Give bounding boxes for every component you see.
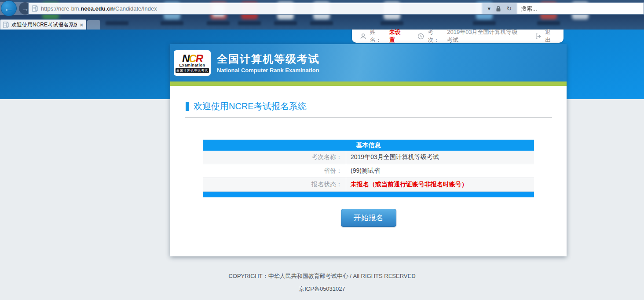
logo-examination-text: Examination <box>179 63 205 67</box>
tab-ncre[interactable]: 欢迎使用NCRE考试报名系统 × <box>0 19 86 30</box>
row-value: (99)测试省 <box>346 164 534 178</box>
row-label: 考次名称： <box>203 151 346 164</box>
site-subtitle: National Computer Rank Examination <box>217 67 320 74</box>
page: 姓名： 未设置 考次： 2019年03月全国计算机等级考试 退出 NCR Exa… <box>0 30 644 300</box>
brand: 全国计算机等级考试 National Computer Rank Examina… <box>217 52 320 74</box>
table-row: 省份： (99)测试省 <box>203 164 534 178</box>
search-box[interactable] <box>517 3 644 15</box>
logout-button[interactable]: 退出 <box>545 28 556 44</box>
session-label: 考次： <box>428 28 443 44</box>
welcome-title: 欢迎使用NCRE考试报名系统 <box>194 100 307 112</box>
user-bar: 姓名： 未设置 考次： 2019年03月全国计算机等级考试 退出 <box>352 30 564 43</box>
welcome-heading: 欢迎使用NCRE考试报名系统 <box>186 100 567 112</box>
icp-line: 京ICP备05031027 <box>0 285 644 293</box>
name-value[interactable]: 未设置 <box>389 28 405 44</box>
tab-close-icon[interactable]: × <box>80 22 83 28</box>
screen: ← → https://ncre-bm.neea.edu.cn/Candidat… <box>0 0 644 300</box>
url-field[interactable]: https://ncre-bm.neea.edu.cn/Candidate/In… <box>28 3 482 15</box>
table-row: 报名状态： 未报名（或当前通行证账号非报名时账号） <box>203 178 534 192</box>
address-bar: ← → https://ncre-bm.neea.edu.cn/Candidat… <box>0 2 644 15</box>
clock-icon <box>417 33 424 40</box>
panel-body: 欢迎使用NCRE考试报名系统 基本信息 考次名称： 2019年03月全国计算机等… <box>170 86 567 256</box>
heading-rule <box>185 117 552 118</box>
new-tab-stub[interactable] <box>87 20 100 30</box>
user-icon <box>360 33 366 40</box>
ncre-logo: NCR Examination 全国计算机等级考试 <box>174 50 211 76</box>
logout-icon <box>535 33 542 40</box>
tab-favicon <box>3 22 9 28</box>
lock-icon <box>496 6 501 12</box>
copyright-line: COPYRIGHT：中华人民共和国教育部考试中心 / All RIGHTS RE… <box>0 272 644 280</box>
logo-letters: NCR <box>182 54 202 63</box>
refresh-icon[interactable]: ↻ <box>507 5 512 12</box>
heading-accent-bar <box>186 102 189 111</box>
url-domain: neea.edu.cn <box>80 5 113 12</box>
url-scheme: https://ncre-bm. <box>41 5 80 12</box>
name-label: 姓名： <box>370 28 386 44</box>
url-path: /Candidate/Index <box>113 5 157 12</box>
site-header: NCR Examination 全国计算机等级考试 全国计算机等级考试 Nati… <box>170 44 567 81</box>
logo-strip-text: 全国计算机等级考试 <box>176 68 209 73</box>
green-divider <box>170 81 567 86</box>
start-registration-button[interactable]: 开始报名 <box>341 209 396 227</box>
table-header: 基本信息 <box>203 140 534 151</box>
session-value: 2019年03月全国计算机等级考试 <box>447 28 522 44</box>
back-icon: ← <box>4 3 14 14</box>
table-footer-bar <box>203 192 534 197</box>
site-title: 全国计算机等级考试 <box>217 52 320 66</box>
search-input[interactable] <box>517 3 644 14</box>
row-label: 省份： <box>203 164 346 178</box>
url-dropdown-icon[interactable]: ▾ <box>487 5 490 12</box>
back-button[interactable]: ← <box>1 0 17 16</box>
page-icon <box>32 5 38 12</box>
content-panel: NCR Examination 全国计算机等级考试 全国计算机等级考试 Nati… <box>170 44 567 256</box>
browser-chrome: ← → https://ncre-bm.neea.edu.cn/Candidat… <box>0 0 644 30</box>
url-text: https://ncre-bm.neea.edu.cn/Candidate/In… <box>41 5 157 12</box>
status-value: 未报名（或当前通行证账号非报名时账号） <box>346 178 534 191</box>
tab-title: 欢迎使用NCRE考试报名系统 <box>11 21 77 29</box>
table-row: 考次名称： 2019年03月全国计算机等级考试 <box>203 151 534 164</box>
row-label: 报名状态： <box>203 178 346 191</box>
basic-info-table: 基本信息 考次名称： 2019年03月全国计算机等级考试 省份： (99)测试省… <box>203 140 534 197</box>
page-footer: COPYRIGHT：中华人民共和国教育部考试中心 / All RIGHTS RE… <box>0 267 644 293</box>
row-value: 2019年03月全国计算机等级考试 <box>346 151 534 164</box>
address-bar-buttons: ▾ ↻ <box>482 3 517 15</box>
